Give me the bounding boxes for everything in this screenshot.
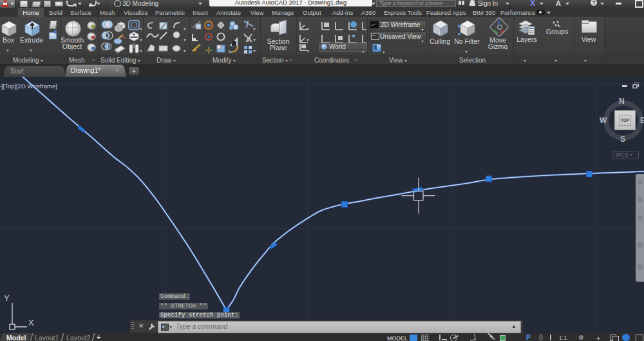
svg-text:Y: Y [4, 293, 10, 303]
svg-text:X: X [28, 318, 34, 327]
